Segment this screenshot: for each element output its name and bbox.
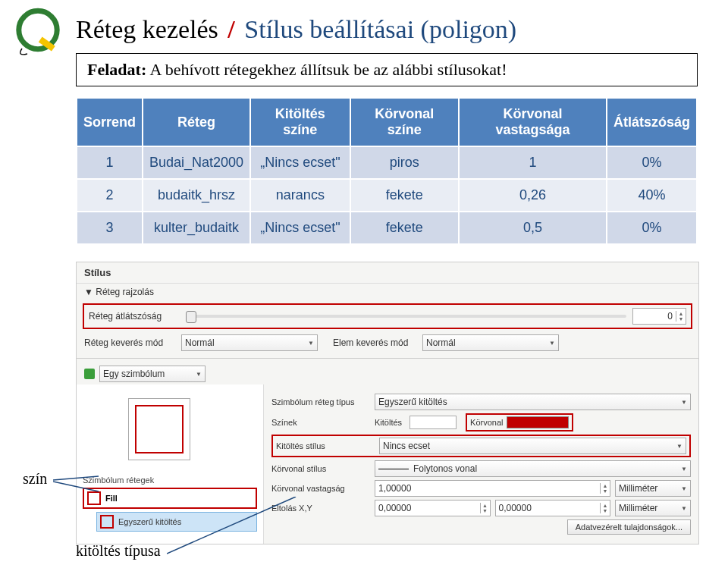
outlinestyle-label: Körvonal stílus [271, 464, 370, 473]
feature-blend-combo[interactable]: Normál ▼ [422, 334, 559, 351]
opacity-row: Réteg átlátszóság 0 ▲▼ [83, 303, 692, 329]
layer-item-fill[interactable]: Fill [83, 488, 257, 509]
outline-color-button[interactable] [507, 416, 569, 428]
offset-y-spinbox[interactable]: 0,00000 ▲▼ [495, 500, 611, 516]
slider-thumb-icon[interactable] [186, 311, 196, 323]
panel-header: Stílus [77, 262, 698, 284]
chevron-down-icon: ▼ [549, 340, 555, 347]
line-preview-icon [378, 469, 409, 469]
chevron-down-icon: ▼ [681, 505, 687, 512]
col-reteg: Réteg [143, 98, 250, 146]
annotation-kitoltes: kitöltés típusa [76, 542, 161, 560]
outlinewidth-spinbox[interactable]: 1,00000 ▲▼ [375, 480, 610, 497]
col-kitoltes: Kitöltés színe [250, 98, 350, 146]
table-row: 2 budaitk_hrsz narancs fekete 0,26 40% [77, 179, 697, 212]
fillstyle-row: Kitöltés stílus Nincs ecset ▼ [271, 435, 691, 457]
symlayer-type-label: Szimbólum réteg típus [271, 397, 370, 406]
fillstyle-combo[interactable]: Nincs ecset ▼ [379, 438, 686, 454]
feature-blend-label: Elem keverés mód [333, 337, 416, 348]
col-atlatszosag: Átlátszóság [607, 98, 697, 146]
offset-unit-combo[interactable]: Milliméter ▼ [615, 500, 691, 516]
layer-blend-combo[interactable]: Normál ▼ [181, 334, 318, 351]
col-korvonal-szine: Körvonal színe [350, 98, 459, 146]
opacity-label: Réteg átlátszóság [89, 311, 180, 322]
style-panel: Stílus ▼ Réteg rajzolás Réteg átlátszósá… [76, 262, 699, 544]
fill-color-button[interactable] [410, 416, 457, 429]
chevron-down-icon: ▼ [681, 399, 687, 406]
chevron-down-icon: ▼ [308, 340, 314, 347]
blend-row: Réteg keverés mód Normál ▼ Elem keverés … [77, 332, 698, 353]
outline-color-label: Körvonal [470, 418, 503, 427]
data-driven-button[interactable]: Adatvezérelt tulajdonságok... [567, 519, 691, 535]
page-title: Réteg kezelés / Stílus beállításai (poli… [76, 15, 698, 44]
colors-label: Színek [271, 418, 370, 427]
annotation-szin: szín [23, 470, 47, 488]
chevron-down-icon: ▼ [681, 485, 687, 492]
style-table: Sorrend Réteg Kitöltés színe Körvonal sz… [76, 97, 698, 245]
chevron-down-icon: ▼ [676, 443, 682, 450]
offset-x-spinbox[interactable]: 0,00000 ▲▼ [375, 500, 491, 516]
outlinewidth-label: Körvonal vastagság [271, 484, 370, 493]
preview-outline [135, 405, 184, 453]
fill-swatch-icon [87, 491, 101, 505]
fill-color-label: Kitöltés [375, 418, 402, 427]
layer-blend-label: Réteg keverés mód [84, 337, 175, 348]
chevron-down-icon: ▼ [681, 466, 687, 472]
symboltype-row: Egy szimbólum ▼ [77, 363, 698, 384]
spin-arrows-icon[interactable]: ▲▼ [600, 483, 610, 494]
table-row: 3 kulter_budaitk „Nincs ecset" fekete 0,… [77, 212, 697, 244]
spin-arrows-icon[interactable]: ▲▼ [480, 503, 490, 513]
spin-arrows-icon[interactable]: ▲▼ [676, 311, 686, 322]
layer-item-simple-fill[interactable]: Egyszerű kitöltés [96, 512, 257, 532]
symbol-preview [128, 398, 190, 460]
left-column: Szimbólum rétegek Fill Egyszerű kitöltés [77, 384, 264, 544]
fillstyle-label: Kitöltés stílus [276, 441, 375, 450]
qgis-logo-icon [11, 6, 64, 59]
col-sorrend: Sorrend [77, 98, 143, 146]
layers-title: Szimbólum rétegek [83, 475, 257, 485]
offset-label: Eltolás X,Y [271, 504, 370, 513]
panel-subheader: ▼ Réteg rajzolás [77, 284, 698, 300]
task-box: Feladat: A behívott rétegekhez állítsuk … [76, 53, 698, 86]
col-korvonal-vast: Körvonal vastagsága [459, 98, 607, 146]
spin-arrows-icon[interactable]: ▲▼ [600, 503, 610, 513]
table-row: 1 Budai_Nat2000 „Nincs ecset" piros 1 0% [77, 146, 697, 179]
chevron-down-icon: ▼ [196, 371, 202, 378]
opacity-spinbox[interactable]: 0 ▲▼ [632, 308, 686, 325]
opacity-slider[interactable] [186, 315, 626, 318]
outlinestyle-combo[interactable]: Folytonos vonal ▼ [375, 460, 691, 477]
outline-color-group: Körvonal [466, 413, 573, 431]
right-column: Szimbólum réteg típus Egyszerű kitöltés … [264, 384, 698, 544]
symboltype-icon [84, 369, 95, 379]
symboltype-combo[interactable]: Egy szimbólum ▼ [99, 366, 206, 382]
symlayer-type-combo[interactable]: Egyszerű kitöltés ▼ [375, 394, 691, 410]
outlinewidth-unit-combo[interactable]: Milliméter ▼ [615, 480, 691, 497]
simplefill-swatch-icon [100, 515, 114, 529]
